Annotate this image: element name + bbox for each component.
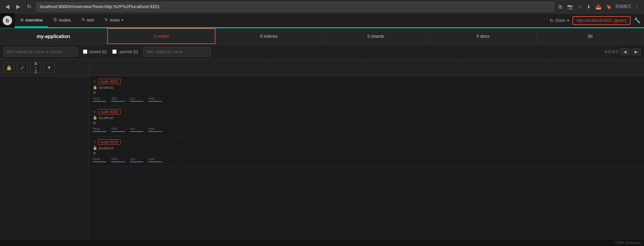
special-label: .special (0): [118, 49, 138, 54]
options-dropdown-button[interactable]: ▾: [44, 62, 55, 73]
metric-label-disk: disk: [111, 97, 130, 100]
host-lock-icon: 🔒: [93, 146, 97, 150]
node-name-badge-node-9201[interactable]: node-9201: [98, 79, 121, 84]
star-icon[interactable]: ☆: [93, 109, 96, 114]
metric-label-heap: heap: [93, 157, 111, 161]
download-icon[interactable]: ⬇: [585, 3, 592, 11]
node-name-badge-node-9202[interactable]: node-9202: [98, 109, 121, 114]
node-cell-node-9203-0: [179, 137, 272, 167]
metric-bar-disk: [111, 131, 125, 132]
closed-checkbox-label[interactable]: closed (0): [83, 49, 107, 54]
node-cell-node-9202-4: [551, 106, 644, 136]
bookmark-icon[interactable]: 🔖: [605, 3, 613, 11]
nav-item-overview[interactable]: ⊙ overview: [15, 13, 48, 27]
metric-load: load: [148, 97, 167, 102]
refresh-button[interactable]: ↻: [25, 2, 33, 11]
expand-button[interactable]: ⤢: [17, 62, 28, 73]
nav-item-nodes[interactable]: ☰ nodes: [48, 13, 76, 27]
lock-button[interactable]: 🔒: [3, 62, 14, 73]
footer: CSDN @stormka: [0, 239, 644, 246]
node-metrics-node-9202: heapdiskcpuload: [93, 127, 175, 132]
node-host-text: localhost: [99, 116, 113, 120]
summary-bar: my-application 3 nodes 0 indices 0 shard…: [0, 28, 644, 44]
special-checkbox-label[interactable]: .special (0): [112, 49, 138, 54]
metric-label-cpu: cpu: [130, 127, 148, 131]
node-host-text: localhost: [99, 146, 113, 150]
summary-indices[interactable]: 0 indices: [215, 28, 323, 44]
special-checkbox[interactable]: [112, 49, 117, 54]
sort-button[interactable]: A↕Z: [30, 62, 41, 73]
node-row-0: ☆node-9201🔒localhost⚙heapdiskcpuload: [89, 76, 644, 106]
node-name-row-node-9202: ☆node-9202: [93, 109, 175, 114]
node-cell-node-9203-3: [458, 137, 551, 167]
grid-header-col-4: [458, 59, 551, 76]
nodes-toolbar-spacer: [89, 59, 179, 76]
sort-icon: A↕Z: [34, 62, 37, 74]
metric-bar-disk: [111, 162, 125, 162]
metric-bar-cpu: [130, 162, 143, 162]
metric-heap: heap: [93, 157, 111, 162]
nav-item-more[interactable]: ✎ more ▾: [99, 13, 128, 27]
footer-credit: CSDN @stormka: [615, 241, 641, 245]
pagination-text: 0-0 of 0: [605, 49, 618, 54]
metric-load: load: [148, 127, 167, 132]
summary-size[interactable]: 0b: [537, 28, 644, 44]
summary-app-name[interactable]: my-application: [0, 28, 107, 44]
url-bar[interactable]: [36, 2, 554, 11]
metric-bar-cpu: [130, 101, 143, 102]
node-row-2: ☆node-9203🔒localhost⚙heapdiskcpuload: [89, 137, 644, 167]
app-container: ◀ ▶ ↻ ⊞ 📷 ☆ ⬇ 📥 🔖 无痕模式 ⋮ b ⊙ overview: [0, 0, 644, 246]
metric-label-heap: heap: [93, 127, 111, 131]
metric-cpu: cpu: [130, 97, 148, 102]
node-grid-cells-node-9201: [179, 76, 644, 106]
summary-docs[interactable]: 0 docs: [430, 28, 537, 44]
settings-icon: ⚙: [93, 151, 96, 155]
star-icon[interactable]: ☆: [576, 3, 583, 11]
extension-icon[interactable]: 📥: [594, 3, 603, 11]
metric-label-disk: disk: [111, 127, 130, 131]
star-icon[interactable]: ☆: [93, 140, 96, 144]
node-name-row-node-9201: ☆node-9201: [93, 79, 175, 84]
summary-nodes[interactable]: 3 nodes: [107, 28, 215, 44]
nodes-header-row: [89, 59, 644, 76]
prev-page-button[interactable]: ◀: [620, 48, 630, 55]
refresh-dropdown-icon: ▾: [567, 18, 569, 23]
metric-bar-load: [148, 131, 162, 132]
metric-heap: heap: [93, 97, 111, 102]
closed-checkbox[interactable]: [83, 49, 87, 54]
nav-rest-label: rest: [87, 17, 94, 23]
expand-icon: ⤢: [20, 65, 24, 70]
next-page-button[interactable]: ▶: [632, 48, 641, 55]
connection-badge[interactable]: http://localhost:9201 [green]: [573, 16, 631, 25]
filter-indices-input[interactable]: [3, 47, 78, 57]
nav-item-rest[interactable]: ✎ rest: [76, 13, 99, 27]
screenshot-icon[interactable]: 📷: [566, 3, 574, 11]
nodes-icon: ☰: [53, 17, 57, 22]
lock-icon: 🔒: [6, 65, 12, 70]
wrench-button[interactable]: 🔧: [634, 17, 641, 24]
metric-bar-cpu: [130, 131, 143, 132]
metric-cpu: cpu: [130, 157, 148, 162]
refresh-badge[interactable]: ↻ 15sec ▾: [550, 18, 569, 23]
star-icon[interactable]: ☆: [93, 79, 96, 84]
metric-bar-heap: [93, 131, 106, 132]
node-icons-node-9203: ⚙: [93, 151, 175, 155]
nav-overview-label: overview: [25, 17, 42, 23]
node-cell-node-9201-1: [272, 76, 365, 106]
overview-icon: ⊙: [20, 17, 24, 22]
nodes-panel: ☆node-9201🔒localhost⚙heapdiskcpuload☆nod…: [89, 59, 644, 239]
node-info-node-9201: ☆node-9201🔒localhost⚙heapdiskcpuload: [89, 76, 179, 106]
forward-button[interactable]: ▶: [14, 2, 22, 11]
filter-nodes-input[interactable]: [143, 47, 211, 57]
node-name-badge-node-9203[interactable]: node-9203: [98, 139, 121, 145]
menu-icon[interactable]: ⋮: [633, 3, 641, 11]
summary-shards[interactable]: 0 shards: [322, 28, 430, 44]
node-host-node-9203: 🔒localhost: [93, 146, 175, 150]
metric-label-heap: heap: [93, 97, 111, 100]
grid-icon[interactable]: ⊞: [557, 3, 564, 11]
back-button[interactable]: ◀: [3, 2, 11, 11]
node-name-row-node-9203: ☆node-9203: [93, 139, 175, 145]
logo-text: b: [6, 18, 9, 23]
node-metrics-node-9203: heapdiskcpuload: [93, 157, 175, 162]
more-icon: ✎: [105, 17, 108, 22]
